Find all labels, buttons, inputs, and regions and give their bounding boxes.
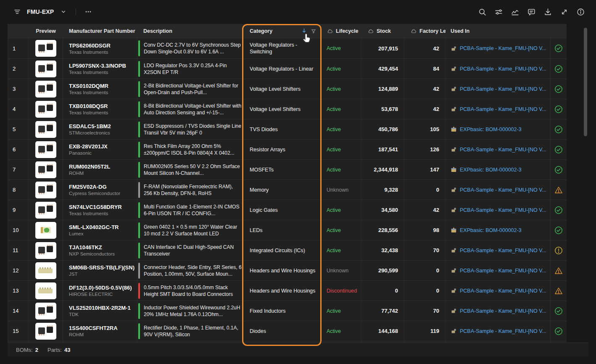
preview-cell[interactable] xyxy=(29,220,63,240)
part-number-cell[interactable]: DF12(3.0)-50DS-0.5V(86) HIROSE ELECTRIC xyxy=(63,281,137,301)
status-cell[interactable] xyxy=(551,99,567,119)
preview-cell[interactable] xyxy=(29,59,63,79)
preview-cell[interactable] xyxy=(29,99,63,119)
used-in-link[interactable]: PCBA-Sample - Kame_FMU-[NO V... xyxy=(460,207,546,213)
settings-sliders-icon[interactable] xyxy=(493,6,504,17)
preview-cell[interactable] xyxy=(29,281,63,301)
status-cell[interactable] xyxy=(551,240,567,260)
used-in-link[interactable]: PCBA-Sample - Kame_FMU-[NO V... xyxy=(460,147,546,153)
table-row[interactable]: 4 TXB0108DQSR Texas Instruments 8-Bit Bi… xyxy=(8,99,567,119)
used-in-cell[interactable]: PCBA-Sample - Kame_FMU-[NO V... xyxy=(446,301,551,321)
status-cell[interactable] xyxy=(551,321,567,341)
status-cell[interactable] xyxy=(551,140,567,159)
part-number-cell[interactable]: SN74LVC1G58DRYR Texas Instruments xyxy=(63,200,137,220)
part-number-cell[interactable]: 1SS400CSFHT2RA ROHM xyxy=(63,321,137,341)
status-cell[interactable] xyxy=(551,261,567,280)
preview-cell[interactable] xyxy=(29,301,63,321)
used-in-link[interactable]: PCBA-Sample - Kame_FMU-[NO V... xyxy=(460,45,546,51)
table-row[interactable]: 14 VLS252010HBX-2R2M-1 TDK Inductor Powe… xyxy=(8,301,567,321)
header-lifecycle[interactable]: Lifecycle xyxy=(321,24,361,38)
status-cell[interactable] xyxy=(551,119,567,139)
status-cell[interactable] xyxy=(551,79,567,99)
part-number-cell[interactable]: TXS0102DQMR Texas Instruments xyxy=(63,79,137,99)
preview-cell[interactable] xyxy=(29,261,63,280)
preview-cell[interactable] xyxy=(29,180,63,200)
used-in-link[interactable]: PCBA-Sample - Kame_FMU-[NO V... xyxy=(460,268,546,274)
preview-cell[interactable] xyxy=(29,119,63,139)
used-in-link[interactable]: EXPbasic: BOM-000002-3 xyxy=(460,227,522,233)
chevron-down-icon[interactable] xyxy=(58,6,69,17)
part-number-cell[interactable]: ESDALC5-1BM2 STMicroelectronics xyxy=(63,119,137,139)
line-chart-icon[interactable] xyxy=(509,6,520,17)
part-number-cell[interactable]: SM06B-SRSS-TB(LF)(SN) JST xyxy=(63,261,137,280)
table-row[interactable]: 11 TJA1046TKZ NXP Semiconductors CAN Int… xyxy=(8,240,567,260)
status-cell[interactable] xyxy=(551,180,567,200)
used-in-cell[interactable]: EXPbasic: BOM-000002-3 xyxy=(446,220,551,240)
used-in-link[interactable]: PCBA-Sample - Kame_FMU-[NO V... xyxy=(460,187,546,193)
used-in-link[interactable]: EXPbasic: BOM-000002-3 xyxy=(460,127,522,132)
status-cell[interactable] xyxy=(551,59,567,79)
used-in-link[interactable]: PCBA-Sample - Kame_FMU-[NO V... xyxy=(460,328,546,334)
comment-icon[interactable] xyxy=(526,6,537,17)
preview-cell[interactable] xyxy=(29,38,63,58)
preview-cell[interactable] xyxy=(29,321,63,341)
header-stock[interactable]: Stock xyxy=(361,24,404,38)
vertical-scrollbar[interactable] xyxy=(584,28,587,136)
sort-descending-icon[interactable] xyxy=(301,28,307,34)
status-cell[interactable] xyxy=(551,200,567,220)
preview-cell[interactable] xyxy=(29,140,63,159)
used-in-cell[interactable]: PCBA-Sample - Kame_FMU-[NO V... xyxy=(446,321,551,341)
header-factory-lead[interactable]: Factory Leac xyxy=(404,24,446,38)
table-row[interactable]: 5 ESDALC5-1BM2 STMicroelectronics ESD Su… xyxy=(8,119,567,139)
used-in-cell[interactable]: PCBA-Sample - Kame_FMU-[NO V... xyxy=(446,180,551,200)
used-in-link[interactable]: PCBA-Sample - Kame_FMU-[NO V... xyxy=(460,106,546,112)
download-icon[interactable] xyxy=(542,6,553,17)
filter-lines-icon[interactable] xyxy=(12,6,23,17)
filter-funnel-icon[interactable] xyxy=(311,28,316,34)
used-in-link[interactable]: PCBA-Sample - Kame_FMU-[NO V... xyxy=(460,66,546,72)
part-number-cell[interactable]: SML-LX0402GC-TR Lumex xyxy=(63,220,137,240)
table-row[interactable]: 13 DF12(3.0)-50DS-0.5V(86) HIROSE ELECTR… xyxy=(8,280,567,301)
part-number-cell[interactable]: RUM002N05T2L ROHM xyxy=(63,160,137,179)
search-icon[interactable] xyxy=(477,6,488,17)
preview-cell[interactable] xyxy=(29,79,63,99)
used-in-link[interactable]: PCBA-Sample - Kame_FMU-[NO V... xyxy=(460,248,546,253)
part-number-cell[interactable]: FM25V02A-DG Cypress Semiconductor xyxy=(63,180,137,200)
table-row[interactable]: 15 1SS400CSFHT2RA ROHM Rectifier Diode, … xyxy=(8,321,567,341)
table-row[interactable]: 9 SN74LVC1G58DRYR Texas Instruments Mult… xyxy=(8,200,567,220)
table-row[interactable]: 1 TPS62060DSGR Texas Instruments Conv DC… xyxy=(8,38,567,58)
header-category[interactable]: Category xyxy=(243,24,321,38)
status-cell[interactable] xyxy=(551,160,567,179)
table-row[interactable]: 10 SML-LX0402GC-TR Lumex Green 0402 1 × … xyxy=(8,220,567,240)
board-name[interactable]: FMU-EXP xyxy=(27,8,54,15)
status-cell[interactable] xyxy=(551,281,567,301)
used-in-link[interactable]: PCBA-Sample - Kame_FMU-[NO V... xyxy=(460,288,546,294)
table-row[interactable]: 6 EXB-28V201JX Panasonic Res Thick Film … xyxy=(8,139,567,159)
used-in-cell[interactable]: PCBA-Sample - Kame_FMU-[NO V... xyxy=(446,200,551,220)
preview-cell[interactable] xyxy=(29,240,63,260)
part-number-cell[interactable]: VLS252010HBX-2R2M-1 TDK xyxy=(63,301,137,321)
part-number-cell[interactable]: EXB-28V201JX Panasonic xyxy=(63,140,137,159)
status-cell[interactable] xyxy=(551,38,567,58)
table-row[interactable]: 3 TXS0102DQMR Texas Instruments 2-Bit Bi… xyxy=(8,79,567,99)
used-in-cell[interactable]: EXPbasic: BOM-000002-3 xyxy=(446,119,551,139)
header-description[interactable]: Description xyxy=(137,24,243,38)
part-number-cell[interactable]: TJA1046TKZ NXP Semiconductors xyxy=(63,240,137,260)
used-in-cell[interactable]: PCBA-Sample - Kame_FMU-[NO V... xyxy=(446,99,551,119)
status-cell[interactable] xyxy=(551,301,567,321)
part-number-cell[interactable]: LP5907SNX-3.3/NOPB Texas Instruments xyxy=(63,59,137,79)
used-in-cell[interactable]: PCBA-Sample - Kame_FMU-[NO V... xyxy=(446,79,551,99)
used-in-cell[interactable]: PCBA-Sample - Kame_FMU-[NO V... xyxy=(446,140,551,159)
header-mpn[interactable]: Manufacturer Part Number xyxy=(63,24,137,38)
table-row[interactable]: 8 FM25V02A-DG Cypress Semiconductor F-RA… xyxy=(8,179,567,200)
used-in-cell[interactable]: PCBA-Sample - Kame_FMU-[NO V... xyxy=(446,240,551,260)
used-in-link[interactable]: PCBA-Sample - Kame_FMU-[NO V... xyxy=(460,86,546,92)
info-icon[interactable] xyxy=(575,6,586,17)
used-in-cell[interactable]: PCBA-Sample - Kame_FMU-[NO V... xyxy=(446,59,551,79)
used-in-link[interactable]: EXPbasic: BOM-000002-3 xyxy=(460,167,522,173)
header-used-in[interactable]: Used In xyxy=(446,24,551,38)
used-in-cell[interactable]: PCBA-Sample - Kame_FMU-[NO V... xyxy=(446,261,551,280)
used-in-link[interactable]: PCBA-Sample - Kame_FMU-[NO V... xyxy=(460,308,546,314)
table-row[interactable]: 2 LP5907SNX-3.3/NOPB Texas Instruments L… xyxy=(8,58,567,79)
expand-icon[interactable] xyxy=(559,6,570,17)
